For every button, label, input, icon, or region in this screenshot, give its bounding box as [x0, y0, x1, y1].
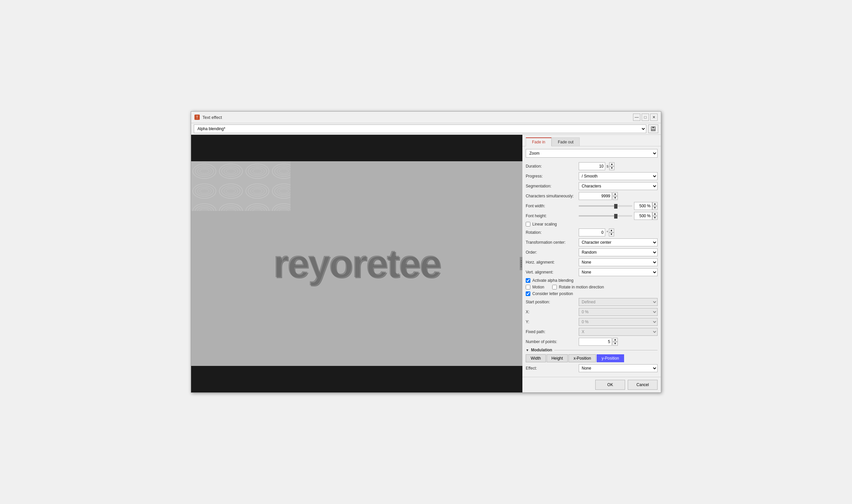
- rotate-motion-checkbox[interactable]: [552, 285, 557, 289]
- svg-rect-1: [652, 127, 654, 128]
- start-position-row: Start position: Defined: [526, 298, 658, 306]
- transform-center-control: Character centerText centerCustom: [579, 238, 658, 246]
- font-width-row: Font width: ▲ ▼: [526, 202, 658, 210]
- preview-area: reyoretee: [191, 135, 522, 392]
- rotation-control: ° ▲ ▼: [579, 229, 658, 236]
- title-buttons: — □ ✕: [633, 113, 658, 121]
- preview-text: reyoretee: [273, 241, 440, 286]
- chars-down[interactable]: ▼: [613, 196, 618, 200]
- minimize-button[interactable]: —: [633, 113, 640, 121]
- font-height-up[interactable]: ▲: [652, 212, 658, 216]
- rotation-row: Rotation: ° ▲ ▼: [526, 229, 658, 236]
- close-button[interactable]: ✕: [650, 113, 658, 121]
- start-position-select[interactable]: Defined: [579, 298, 658, 306]
- font-width-down[interactable]: ▼: [652, 206, 658, 210]
- horz-align-select[interactable]: NoneLeftCenterRight: [579, 258, 658, 266]
- segmentation-select[interactable]: NoneWordsCharacters: [579, 182, 658, 190]
- motion-label: Motion: [532, 285, 544, 289]
- rotation-spin: ▲ ▼: [609, 229, 614, 236]
- maximize-button[interactable]: □: [642, 113, 649, 121]
- fixed-path-label: Fixed path:: [526, 329, 579, 334]
- order-control: RandomLeft to rightRight to left: [579, 248, 658, 256]
- ok-button[interactable]: OK: [595, 380, 625, 390]
- num-points-up[interactable]: ▲: [613, 338, 618, 342]
- font-width-pct-input[interactable]: [634, 202, 652, 210]
- linear-scaling-row: Linear scaling: [526, 222, 658, 227]
- font-width-slider[interactable]: [579, 205, 632, 206]
- font-height-down[interactable]: ▼: [652, 216, 658, 220]
- rotation-down[interactable]: ▼: [609, 232, 614, 236]
- progress-label: Progress:: [526, 174, 579, 179]
- order-select[interactable]: RandomLeft to rightRight to left: [579, 248, 658, 256]
- mod-tab-y-position[interactable]: y-Position: [597, 354, 624, 362]
- duration-down[interactable]: ▼: [609, 166, 615, 170]
- right-panel: Fade in Fade out Zoom Duration: s: [522, 135, 661, 392]
- progress-select[interactable]: Linear/ SmoothEase inEase out: [579, 172, 658, 180]
- font-width-up[interactable]: ▲: [652, 202, 658, 206]
- font-height-slider[interactable]: [579, 215, 632, 217]
- y-control: 0 %: [579, 318, 658, 326]
- modulation-tabs: Width Height x-Position y-Position: [526, 354, 658, 362]
- x-label: X:: [526, 310, 579, 314]
- font-width-label: Font width:: [526, 204, 579, 208]
- save-button[interactable]: [648, 125, 658, 133]
- effect-control: None: [579, 364, 658, 372]
- vert-align-select[interactable]: NoneLeftCenterRight: [579, 268, 658, 276]
- consider-letter-row: Consider letter position: [526, 291, 658, 296]
- transform-center-select[interactable]: Character centerText centerCustom: [579, 238, 658, 246]
- linear-scaling-checkbox[interactable]: [526, 222, 530, 227]
- preview-bottom-black: [191, 366, 522, 392]
- effect-label: Effect:: [526, 366, 579, 371]
- font-height-control: ▲ ▼: [579, 212, 658, 220]
- y-select[interactable]: 0 %: [579, 318, 658, 326]
- x-select[interactable]: 0 %: [579, 308, 658, 316]
- motion-row: Motion Rotate in motion direction: [526, 285, 658, 289]
- tab-fade-out[interactable]: Fade out: [552, 138, 580, 146]
- effect-type-select[interactable]: Zoom: [526, 149, 658, 158]
- mod-tab-height[interactable]: Height: [547, 354, 568, 362]
- modulation-line: [554, 350, 658, 350]
- mod-tab-x-position[interactable]: x-Position: [568, 354, 596, 362]
- chars-simultaneous-label: Characters simultaneously:: [526, 194, 579, 198]
- vert-align-label: Vert. alignment:: [526, 270, 579, 274]
- duration-unit: s: [606, 164, 608, 168]
- preview-canvas: reyoretee: [191, 161, 522, 366]
- horz-align-control: NoneLeftCenterRight: [579, 258, 658, 266]
- transform-center-label: Transformation center:: [526, 240, 579, 245]
- vert-align-control: NoneLeftCenterRight: [579, 268, 658, 276]
- num-points-input[interactable]: [579, 338, 612, 346]
- consider-letter-checkbox[interactable]: [526, 291, 530, 296]
- resize-handle[interactable]: [520, 257, 522, 270]
- modulation-divider: ▼ Modulation: [526, 348, 658, 352]
- mod-tab-width[interactable]: Width: [526, 354, 546, 362]
- chars-simultaneous-input[interactable]: [579, 192, 612, 200]
- save-icon: [651, 126, 656, 131]
- activate-alpha-checkbox[interactable]: [526, 278, 530, 283]
- cancel-button[interactable]: Cancel: [628, 380, 658, 390]
- num-points-spin: ▲ ▼: [613, 338, 618, 346]
- chars-simultaneous-control: ▲ ▼: [579, 192, 658, 200]
- chars-up[interactable]: ▲: [613, 192, 618, 196]
- modulation-arrow[interactable]: ▼: [526, 348, 529, 352]
- preset-select[interactable]: Alpha blending*: [194, 125, 646, 133]
- tab-fade-in[interactable]: Fade in: [526, 138, 552, 146]
- fixed-path-select[interactable]: X: [579, 328, 658, 336]
- num-points-down[interactable]: ▼: [613, 342, 618, 346]
- duration-input[interactable]: [579, 162, 605, 170]
- font-height-label: Font height:: [526, 214, 579, 218]
- transform-center-row: Transformation center: Character centerT…: [526, 238, 658, 246]
- duration-up[interactable]: ▲: [609, 162, 615, 166]
- font-height-spin: ▲ ▼: [652, 212, 658, 220]
- font-height-pct-input[interactable]: [634, 212, 652, 220]
- motion-checkbox[interactable]: [526, 285, 530, 289]
- rotation-input[interactable]: [579, 229, 605, 236]
- rotation-up[interactable]: ▲: [609, 229, 614, 232]
- rotation-unit: °: [606, 230, 608, 235]
- num-points-label: Number of points:: [526, 339, 579, 344]
- fixed-path-control: X: [579, 328, 658, 336]
- main-content: reyoretee Fade in Fade out: [191, 135, 661, 392]
- effect-select[interactable]: None: [579, 364, 658, 372]
- num-points-input-group: ▲ ▼: [579, 338, 618, 346]
- horz-align-label: Horz. alignment:: [526, 260, 579, 265]
- segmentation-label: Segmentation:: [526, 184, 579, 188]
